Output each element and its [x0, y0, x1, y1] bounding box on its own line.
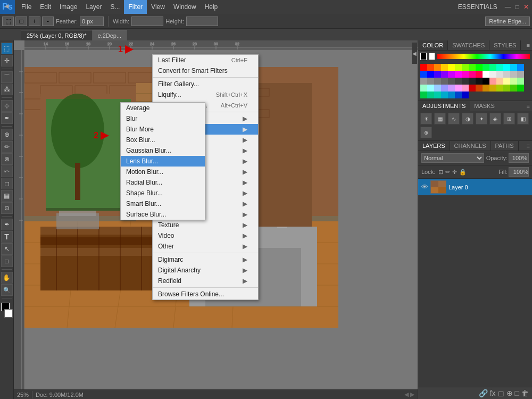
layer-mask-btn[interactable]: ◻ — [498, 389, 504, 397]
color-swatch[interactable] — [427, 92, 434, 98]
color-swatch[interactable] — [476, 64, 483, 71]
brush-tool[interactable]: ✏ — [1, 141, 13, 153]
color-swatch[interactable] — [434, 92, 441, 98]
layer-visibility-icon[interactable]: 👁 — [421, 183, 428, 191]
color-swatch[interactable] — [510, 85, 517, 92]
color-swatch[interactable] — [476, 78, 483, 85]
tab-channels[interactable]: CHANNELS — [450, 141, 491, 151]
color-swatch[interactable] — [441, 64, 448, 71]
color-swatch[interactable] — [448, 85, 455, 92]
path-selection-tool[interactable]: ↖ — [1, 243, 13, 255]
color-swatch[interactable] — [503, 64, 510, 71]
menu-view[interactable]: View — [147, 0, 169, 14]
lock-all-icon[interactable]: 🔒 — [459, 169, 467, 176]
adj-photo-filter-icon[interactable]: ⊕ — [420, 127, 432, 138]
workspace-selector[interactable]: ESSENTIALS — [454, 0, 502, 14]
filter-gallery[interactable]: Filter Gallery... — [153, 79, 258, 89]
color-swatch[interactable] — [517, 78, 524, 85]
color-swatch[interactable] — [448, 92, 455, 98]
fg-color-swatch[interactable] — [420, 53, 427, 60]
background-color[interactable] — [4, 309, 13, 318]
color-swatch[interactable] — [489, 78, 496, 85]
color-swatch[interactable] — [420, 71, 427, 78]
healing-tool[interactable]: ⊕ — [1, 129, 13, 140]
color-swatch[interactable] — [469, 85, 476, 92]
adj-exposure-icon[interactable]: ◑ — [462, 113, 473, 124]
close-icon[interactable]: ✕ — [523, 3, 529, 11]
menu-file[interactable]: File — [17, 0, 36, 14]
color-swatch[interactable] — [462, 92, 469, 98]
adj-bw-icon[interactable]: ◧ — [517, 113, 529, 124]
lasso-tool[interactable]: ⌒ — [1, 71, 13, 83]
color-swatch[interactable] — [510, 64, 517, 71]
marquee-tool[interactable]: ⬚ — [1, 43, 13, 54]
blur-blur[interactable]: Blur — [121, 113, 205, 124]
adj-vibrance-icon[interactable]: ✦ — [476, 113, 487, 124]
color-swatch[interactable] — [469, 78, 476, 85]
tab-layers[interactable]: LAYERS — [418, 141, 450, 151]
shape-tool[interactable]: □ — [1, 255, 13, 267]
tab-swatches[interactable]: SWATCHES — [448, 40, 489, 50]
color-swatch[interactable] — [420, 85, 427, 92]
menu-image[interactable]: Image — [55, 0, 81, 14]
magic-wand-tool[interactable]: ⁂ — [1, 84, 13, 95]
lock-transparent-icon[interactable]: ⊡ — [438, 169, 443, 176]
history-brush-tool[interactable]: ⤺ — [1, 165, 13, 177]
maximize-icon[interactable]: □ — [516, 3, 519, 11]
filter-texture[interactable]: Texture ▶ — [153, 220, 258, 230]
adj-levels-icon[interactable]: ▦ — [434, 113, 446, 124]
add-to-selection-btn[interactable]: + — [29, 16, 40, 26]
eyedropper-tool[interactable]: ✒ — [1, 112, 13, 124]
filter-convert-smart[interactable]: Convert for Smart Filters — [153, 65, 258, 76]
menu-edit[interactable]: Edit — [36, 0, 55, 14]
color-swatch[interactable] — [483, 78, 489, 85]
color-swatch[interactable] — [489, 85, 496, 92]
menu-select[interactable]: S... — [106, 0, 124, 14]
crop-tool[interactable]: ⊹ — [1, 100, 13, 112]
color-swatch[interactable] — [503, 71, 510, 78]
color-swatch[interactable] — [503, 78, 510, 85]
color-swatch[interactable] — [420, 92, 427, 98]
color-swatch[interactable] — [434, 64, 441, 71]
blur-box-blur[interactable]: Box Blur... — [121, 135, 205, 145]
move-tool[interactable]: ✛ — [1, 55, 13, 66]
blur-surface-blur[interactable]: Surface Blur... — [121, 209, 205, 220]
subtract-from-selection-btn[interactable]: - — [42, 16, 54, 26]
blur-motion-blur[interactable]: Motion Blur... — [121, 167, 205, 177]
layer-item[interactable]: 👁 Layer 0 — [418, 179, 532, 195]
color-swatch[interactable] — [517, 85, 524, 92]
color-swatch[interactable] — [503, 85, 510, 92]
dodge-tool[interactable]: ⊙ — [1, 202, 13, 214]
color-swatch[interactable] — [496, 78, 503, 85]
filter-browse-online[interactable]: Browse Filters Online... — [153, 289, 258, 300]
menu-layer[interactable]: Layer — [81, 0, 106, 14]
pen-tool[interactable]: ✒ — [1, 219, 13, 230]
color-swatch[interactable] — [434, 78, 441, 85]
blur-radial-blur[interactable]: Radial Blur... — [121, 177, 205, 188]
color-swatch[interactable] — [483, 85, 489, 92]
type-tool[interactable]: T — [1, 231, 13, 243]
color-swatch[interactable] — [483, 71, 489, 78]
menu-help[interactable]: Help — [201, 0, 222, 14]
color-swatch[interactable] — [427, 71, 434, 78]
blur-blur-more[interactable]: Blur More — [121, 124, 205, 135]
color-swatch[interactable] — [434, 85, 441, 92]
layers-panel-menu-btn[interactable]: ≡ — [525, 141, 532, 151]
tab-second[interactable]: e.2Dep... — [93, 30, 128, 40]
color-swatch[interactable] — [420, 78, 427, 85]
color-swatch[interactable] — [420, 64, 427, 71]
color-swatch[interactable] — [455, 85, 462, 92]
adj-brightness-icon[interactable]: ☀ — [420, 113, 432, 124]
adj-panel-menu-btn[interactable]: ≡ — [525, 101, 532, 111]
gradient-tool[interactable]: ▦ — [1, 190, 13, 202]
eraser-tool[interactable]: ◻ — [1, 178, 13, 189]
refine-edge-button[interactable]: Refine Edge... — [485, 16, 530, 26]
adj-color-balance-icon[interactable]: ⊞ — [503, 113, 515, 124]
tab-styles[interactable]: STYLES — [489, 40, 521, 50]
tab-color[interactable]: COLOR — [418, 40, 448, 50]
color-swatch[interactable] — [510, 71, 517, 78]
minimize-icon[interactable]: — — [505, 3, 511, 11]
menu-filter[interactable]: Filter — [124, 0, 147, 14]
color-swatch[interactable] — [448, 64, 455, 71]
height-input[interactable] — [186, 16, 218, 26]
